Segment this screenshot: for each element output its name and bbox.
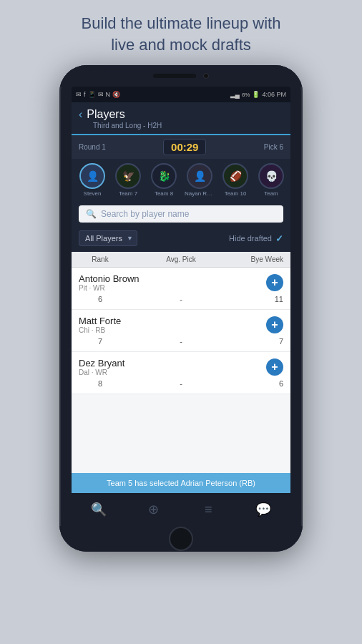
player-stats-dez: 8 - 6 (72, 378, 290, 394)
nav-chat[interactable]: 💬 (245, 495, 281, 524)
nfc-icon: N (106, 91, 111, 98)
player-info-forte: Matt Forte Chi · RB (79, 316, 266, 334)
tagline-line2: live and mock drafts (111, 36, 251, 54)
signal-icon: ▂▄ (230, 91, 240, 98)
player-team-antonio: Pit · WR (79, 284, 266, 292)
mute-icon: 🔇 (112, 91, 120, 98)
nav-list[interactable]: ≡ (190, 495, 226, 524)
player-info-antonio: Antonio Brown Pit · WR (79, 273, 266, 292)
player-name-forte: Matt Forte (79, 316, 266, 326)
stat-rank-antonio: 6 (79, 295, 122, 303)
avatar-team7[interactable]: 🦅 Team 7 (113, 163, 143, 197)
front-camera (203, 73, 209, 79)
avatar-label-nayan: Nayan Rudria (185, 190, 215, 197)
stat-avg-forte: - (122, 337, 240, 346)
draft-bar: Round 1 00:29 Pick 6 (72, 135, 290, 159)
add-player-dez-button[interactable]: + (266, 358, 283, 376)
tagline-line1: Build the ultimate lineup with (82, 14, 281, 32)
nav-add[interactable]: ⊕ (136, 495, 172, 524)
battery-level: 6% (242, 92, 250, 98)
status-left-icons: ✉ f 📱 ✉ N 🔇 (76, 91, 120, 98)
avatar-label-team7: Team 7 (119, 190, 137, 197)
status-bar: ✉ f 📱 ✉ N 🔇 ▂▄ 6% 🔋 4:06 PM (72, 87, 290, 102)
avatar-img-nayan: 👤 (187, 163, 212, 189)
facebook-icon: f (84, 91, 86, 98)
col-header-byeweek: Bye Week (240, 255, 283, 263)
phone-screen: ✉ f 📱 ✉ N 🔇 ▂▄ 6% 🔋 4:06 PM ‹ Players Th… (72, 87, 290, 526)
bottom-nav: 🔍 ⊕ ≡ 💬 (72, 493, 290, 526)
notification-icon: ✉ (76, 91, 82, 98)
player-name-antonio: Antonio Brown (79, 273, 266, 284)
checkmark-icon: ✓ (275, 233, 283, 244)
avatar-steven[interactable]: 👤 Steven (77, 163, 107, 197)
avatar-label-steven: Steven (84, 190, 102, 197)
avatar-label-team8: Team 8 (155, 190, 173, 197)
status-right: ▂▄ 6% 🔋 4:06 PM (230, 91, 286, 98)
stat-bye-dez: 6 (240, 379, 283, 388)
table-row: Dez Bryant Dal · WR + 8 - 6 (72, 352, 290, 394)
stat-avg-antonio: - (122, 295, 240, 303)
header-subtitle: Third and Long - H2H (93, 122, 283, 130)
draft-timer: 00:29 (163, 139, 206, 155)
avatar-team8[interactable]: 🐉 Team 8 (149, 163, 179, 197)
add-nav-icon: ⊕ (148, 502, 159, 517)
phone-top-bezel (59, 65, 303, 87)
player-name-dez: Dez Bryant (79, 358, 266, 369)
stat-avg-dez: - (122, 379, 240, 388)
draft-round-label: Round 1 (79, 143, 106, 151)
col-header-rank: Rank (79, 255, 122, 263)
player-info-dez: Dez Bryant Dal · WR (79, 358, 266, 376)
back-button[interactable]: ‹ (79, 108, 82, 121)
player-table: Rank Avg. Pick Bye Week Antonio Brown Pi… (72, 252, 290, 473)
search-icon: 🔍 (86, 209, 97, 219)
list-nav-icon: ≡ (205, 502, 212, 517)
search-nav-icon: 🔍 (91, 502, 107, 517)
notification-bar: Team 5 has selected Adrian Peterson (RB) (72, 473, 290, 493)
tagline: Build the ultimate lineup with live and … (53, 0, 310, 65)
app-header: ‹ Players Third and Long - H2H (72, 102, 290, 135)
add-player-antonio-button[interactable]: + (266, 274, 283, 291)
avatar-img-steven: 👤 (79, 163, 105, 189)
phone-bottom-bezel (59, 526, 303, 552)
header-title: Players (87, 108, 124, 121)
player-stats-antonio: 6 - 11 (72, 293, 290, 309)
hide-drafted-label: Hide drafted (229, 234, 272, 243)
phone-device: ✉ f 📱 ✉ N 🔇 ▂▄ 6% 🔋 4:06 PM ‹ Players Th… (59, 65, 303, 552)
col-header-avgpick: Avg. Pick (122, 255, 240, 263)
notification-text: Team 5 has selected Adrian Peterson (RB) (107, 479, 255, 487)
avatar-img-team7: 🦅 (115, 163, 141, 189)
chat-nav-icon: 💬 (255, 502, 271, 517)
search-input-wrap[interactable]: 🔍 Search by player name (79, 205, 283, 223)
hide-drafted-toggle[interactable]: Hide drafted ✓ (229, 233, 283, 244)
messenger-icon: 📱 (88, 91, 96, 98)
search-bar-container: 🔍 Search by player name (72, 201, 290, 227)
stat-bye-forte: 7 (240, 337, 283, 346)
table-header: Rank Avg. Pick Bye Week (72, 252, 290, 268)
player-team-forte: Chi · RB (79, 326, 266, 334)
player-team-dez: Dal · WR (79, 369, 266, 376)
avatar-img-team8: 🐉 (151, 163, 177, 189)
battery-icon: 🔋 (252, 91, 260, 98)
dropdown-value: All Players (85, 234, 122, 243)
filter-bar: All Players ▼ Hide drafted ✓ (72, 227, 290, 252)
avatar-team10[interactable]: 🏈 Team 10 (220, 163, 250, 197)
stat-rank-dez: 8 (79, 379, 122, 388)
nav-search[interactable]: 🔍 (81, 495, 117, 524)
time-display: 4:06 PM (262, 91, 286, 98)
all-players-dropdown[interactable]: All Players ▼ (79, 230, 137, 246)
avatar-label-team10: Team 10 (225, 190, 247, 197)
table-row: Matt Forte Chi · RB + 7 - 7 (72, 310, 290, 352)
add-player-forte-button[interactable]: + (266, 316, 283, 333)
avatar-row: 👤 Steven 🦅 Team 7 🐉 Team 8 👤 Nayan Rudri… (72, 159, 290, 201)
home-button[interactable] (169, 527, 193, 551)
dropdown-arrow-icon: ▼ (127, 235, 133, 242)
avatar-label-team-last: Team (264, 190, 278, 197)
avatar-nayan[interactable]: 👤 Nayan Rudria (185, 163, 215, 197)
avatar-team-last[interactable]: 💀 Team (256, 163, 286, 197)
stat-bye-antonio: 11 (240, 295, 283, 303)
search-placeholder: Search by player name (101, 209, 189, 219)
speaker-grille (153, 74, 196, 78)
avatar-img-team10: 🏈 (222, 163, 248, 189)
draft-pick-label: Pick 6 (264, 143, 283, 151)
avatar-img-team-last: 💀 (258, 163, 284, 189)
